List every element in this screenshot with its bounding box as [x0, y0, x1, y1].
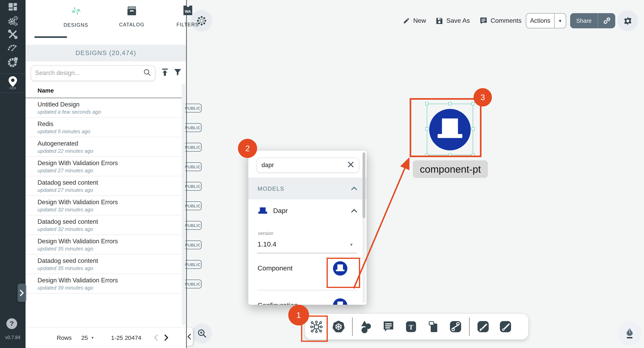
designs-search-row	[31, 65, 182, 81]
comment-icon	[479, 17, 487, 25]
designs-search-box[interactable]	[31, 65, 155, 81]
actions-caret-icon[interactable]: ▼	[554, 18, 566, 23]
design-row[interactable]: Datadog seed content updated 32 minutes …	[26, 215, 182, 235]
model-row-dapr[interactable]: Dapr	[248, 199, 366, 223]
component-panel-scrollbar[interactable]	[362, 152, 365, 303]
settings-button[interactable]	[617, 10, 638, 31]
design-name: Autogenerated	[38, 140, 78, 147]
design-updated: updated 27 minutes ago	[38, 168, 93, 174]
version-caret-icon[interactable]: ▼	[349, 242, 353, 247]
freehand-draw-tool-icon[interactable]	[494, 320, 517, 333]
filter-designs-icon[interactable]	[174, 68, 182, 78]
design-updated: updated 22 minutes ago	[38, 148, 93, 154]
copy-link-icon[interactable]	[598, 17, 615, 25]
design-updated: updated 27 minutes ago	[38, 187, 93, 193]
tab-catalog[interactable]: CATALOG	[110, 5, 154, 27]
configuration-item-label: Configuration	[258, 302, 298, 305]
help-icon[interactable]: ?	[6, 318, 17, 329]
new-button[interactable]: New	[402, 17, 426, 24]
design-row[interactable]: Untitled Design updated a few seconds ag…	[26, 98, 182, 118]
clear-search-icon[interactable]	[347, 161, 354, 169]
notes-tool-icon[interactable]	[422, 320, 444, 333]
tab-filters[interactable]: WA FILTERS	[166, 5, 210, 27]
zoom-in-button[interactable]	[192, 324, 212, 344]
save-as-label: Save As	[446, 17, 470, 24]
component-search-box[interactable]	[256, 158, 359, 173]
save-icon	[436, 17, 443, 24]
annotation-step-3: 3	[474, 88, 492, 106]
designs-pinwheel-icon	[70, 5, 82, 19]
column-header-name: Name	[38, 87, 54, 94]
comment-tool-icon[interactable]	[377, 320, 400, 333]
design-name: Design With Validation Errors	[38, 160, 118, 167]
whiteboard-mode-button[interactable]	[618, 322, 642, 346]
actions-label: Actions	[526, 17, 554, 24]
prev-page-icon[interactable]	[152, 335, 160, 341]
text-tool-icon[interactable]: T	[400, 320, 422, 333]
dapr-configuration-icon[interactable]	[333, 298, 347, 305]
designs-scrollbar[interactable]	[182, 84, 185, 325]
design-name: Design With Validation Errors	[38, 277, 118, 284]
design-row[interactable]: Design With Validation Errors updated 27…	[26, 157, 182, 176]
save-as-button[interactable]: Save As	[436, 17, 470, 24]
upload-design-icon[interactable]	[161, 68, 169, 78]
collapse-models-icon[interactable]	[351, 185, 357, 192]
designs-panel: DESIGNS CATALOG WA FILTERS DESIGNS (20,4…	[26, 0, 187, 348]
design-row[interactable]: Datadog seed content updated 35 minutes …	[26, 255, 182, 274]
settings-gears-icon[interactable]	[7, 15, 19, 27]
panel-tabs: DESIGNS CATALOG WA FILTERS	[26, 0, 186, 43]
canvas-toolbar: New Save As Comments	[402, 13, 522, 28]
page-size-select[interactable]: 25	[81, 334, 88, 341]
visibility-badge: PUBLIC	[184, 240, 202, 249]
comments-button[interactable]: Comments	[479, 17, 522, 25]
collapse-model-icon[interactable]	[351, 207, 357, 215]
pen-arrow-tool-icon[interactable]	[472, 320, 494, 333]
version-select[interactable]: 1.10.4 ▼	[248, 237, 366, 253]
sidebar-divider	[0, 92, 26, 93]
design-updated: updated a few seconds ago	[38, 109, 101, 115]
page-range: 1-25 20474	[111, 334, 141, 341]
next-page-icon[interactable]	[162, 335, 170, 341]
tools-icon[interactable]	[8, 29, 18, 40]
performance-gauge-icon[interactable]	[7, 42, 19, 53]
design-row[interactable]: Design With Validation Errors updated 35…	[26, 235, 182, 255]
dashboard-icon[interactable]	[8, 2, 18, 12]
tab-designs[interactable]: DESIGNS	[54, 5, 98, 28]
design-updated: updated 35 minutes ago	[38, 265, 93, 271]
design-row[interactable]: Design With Validation Errors updated 32…	[26, 196, 182, 215]
app-version: v0.7.84	[0, 335, 26, 340]
catalog-archive-icon	[126, 5, 138, 18]
component-search-input[interactable]	[262, 162, 347, 169]
pencil-icon	[402, 17, 410, 24]
svg-text:WA: WA	[185, 9, 191, 13]
annotation-step-1: 1	[288, 305, 309, 326]
designs-search-input[interactable]	[35, 69, 143, 77]
page-size-caret-icon[interactable]: ▼	[91, 336, 94, 340]
canvas-tools-toolbar: T	[305, 314, 528, 340]
edge-link-tool-icon[interactable]	[444, 320, 467, 333]
actions-button[interactable]: Actions ▼	[526, 13, 566, 28]
designs-count-header: DESIGNS (20,474)	[26, 45, 186, 61]
sidebar-expand-chevron[interactable]	[18, 284, 26, 302]
toolbar-divider	[352, 318, 352, 336]
design-row[interactable]: Autogenerated updated 22 minutes ago PUB…	[26, 137, 182, 157]
design-updated: updated 35 minutes ago	[38, 246, 93, 252]
models-section-header[interactable]: MODELS	[248, 177, 366, 199]
pen-nib-icon	[624, 328, 635, 340]
kubernetes-tool-icon[interactable]	[328, 320, 350, 334]
design-row[interactable]: Datadog seed content updated 27 minutes …	[26, 176, 182, 196]
annotation-step-2: 2	[238, 139, 257, 158]
kanvas-pin-icon[interactable]	[7, 76, 19, 89]
mesh-adapter-icon[interactable]	[7, 56, 19, 68]
shapes-tool-icon[interactable]	[355, 320, 377, 334]
visibility-badge: PUBLIC	[184, 143, 202, 151]
new-label: New	[413, 17, 426, 24]
configuration-item-row[interactable]: Configuration	[248, 290, 366, 305]
share-button[interactable]: Share	[570, 13, 615, 28]
visibility-badge: PUBLIC	[184, 201, 202, 210]
design-row[interactable]: Redis updated 5 minutes ago PUBLIC	[26, 118, 182, 137]
design-name: Untitled Design	[38, 101, 80, 108]
design-row[interactable]: Design With Validation Errors updated 39…	[26, 274, 182, 294]
component-node-label[interactable]: component-pt	[413, 160, 488, 178]
main-nav-sidebar: ? v0.7.84	[0, 0, 26, 348]
